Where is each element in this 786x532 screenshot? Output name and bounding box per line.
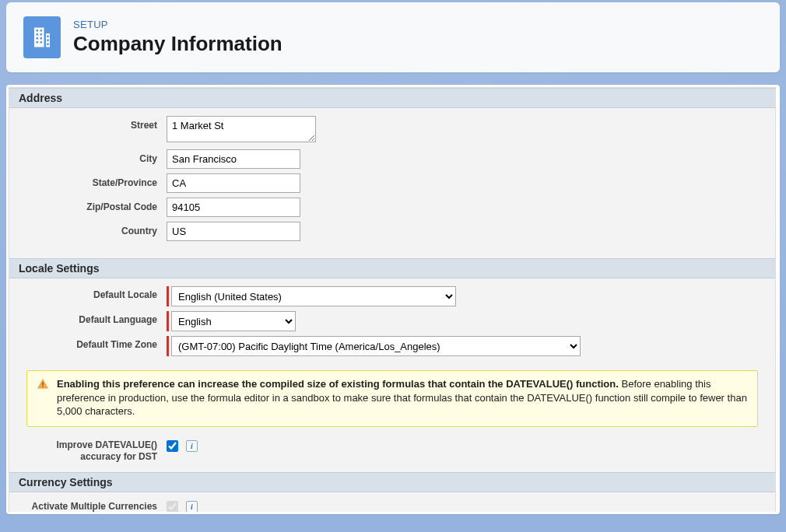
default-language-select[interactable]: English (171, 311, 296, 331)
warning-bold: Enabling this preference can increase th… (57, 378, 619, 390)
improve-datevalue-row: Improve DATEVALUE() accuracy for DST i (9, 435, 775, 472)
improve-datevalue-label: Improve DATEVALUE() accuracy for DST (20, 439, 167, 463)
activate-multi-currency-checkbox (167, 501, 178, 512)
country-input[interactable] (167, 222, 300, 241)
svg-rect-1 (42, 386, 43, 387)
state-label: State/Province (20, 173, 167, 188)
street-input[interactable]: 1 Market St (167, 116, 316, 142)
info-icon[interactable]: i (186, 501, 198, 512)
address-form: Street 1 Market St City State/Province (9, 108, 775, 258)
info-icon[interactable]: i (186, 440, 198, 452)
state-input[interactable] (167, 173, 300, 193)
section-heading-address: Address (9, 88, 775, 108)
datevalue-warning: Enabling this preference can increase th… (26, 370, 758, 427)
required-indicator (167, 286, 169, 306)
header-text-group: SETUP Company Information (73, 19, 282, 56)
improve-datevalue-checkbox[interactable] (167, 440, 178, 452)
required-indicator (167, 311, 169, 331)
section-heading-currency: Currency Settings (9, 472, 775, 492)
locale-form: Default Locale English (United States) D… (9, 278, 775, 366)
warning-text: Enabling this preference can increase th… (57, 377, 748, 418)
default-locale-label: Default Locale (20, 286, 167, 300)
activate-multi-currency-label: Activate Multiple Currencies (20, 500, 167, 512)
zip-input[interactable] (167, 198, 300, 217)
activate-multi-currency-row: Activate Multiple Currencies i (9, 492, 775, 512)
zip-label: Zip/Postal Code (20, 198, 167, 212)
building-icon (30, 26, 54, 49)
page-title: Company Information (73, 32, 282, 56)
page-header: SETUP Company Information (6, 2, 780, 72)
required-indicator (167, 336, 169, 356)
default-timezone-label: Default Time Zone (20, 336, 167, 350)
breadcrumb: SETUP (73, 19, 282, 30)
content-panel: Address Street 1 Market St City State/Pr… (6, 85, 780, 514)
default-language-label: Default Language (20, 311, 167, 325)
city-label: City (20, 149, 167, 164)
city-input[interactable] (167, 149, 300, 169)
content-scroll[interactable]: Address Street 1 Market St City State/Pr… (9, 87, 777, 512)
default-locale-select[interactable]: English (United States) (171, 286, 456, 306)
company-info-icon (23, 16, 61, 58)
country-label: Country (20, 222, 167, 236)
section-heading-locale: Locale Settings (9, 258, 775, 278)
street-label: Street (20, 116, 167, 131)
warning-icon (37, 378, 49, 390)
svg-rect-0 (42, 382, 43, 385)
default-timezone-select[interactable]: (GMT-07:00) Pacific Daylight Time (Ameri… (171, 336, 581, 356)
